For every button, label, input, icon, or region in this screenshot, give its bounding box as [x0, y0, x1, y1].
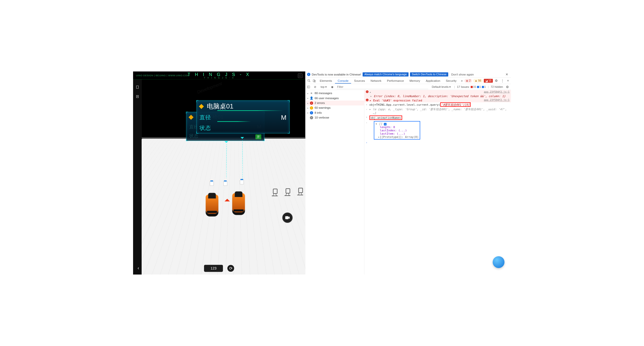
close-icon[interactable]: ×: [506, 79, 510, 83]
svg-rect-12: [307, 86, 310, 88]
small-object[interactable]: [210, 181, 214, 186]
small-object[interactable]: [240, 180, 244, 184]
sidebar-item-info[interactable]: ▸i8 info: [305, 110, 364, 115]
left-toolbar: [133, 80, 142, 275]
source-link[interactable]: app.23f594f2.js:1: [484, 99, 509, 102]
card-label: 直径: [199, 114, 211, 121]
logo: T H I N G J S - X T H I N G J S - X: [187, 72, 251, 79]
levels-dropdown[interactable]: Default levels ▾: [431, 85, 452, 89]
devtools-panel: i DevTools is now available in Chinese! …: [305, 71, 511, 275]
settings-icon[interactable]: ⬡: [298, 73, 302, 78]
tab-security[interactable]: Security: [443, 78, 459, 84]
blocked-count-badge[interactable]: ◪ 15: [484, 79, 493, 83]
beam-line: [242, 140, 243, 179]
log-line[interactable]: × ▸ app.23f594f2.js:1: [364, 90, 511, 94]
beam-line: [226, 144, 227, 178]
sidebar-toggle-icon[interactable]: [306, 86, 310, 88]
expanded-result: ▾ [] i length: 0 lastIndex: (...) lastIt…: [374, 121, 420, 139]
svg-rect-8: [285, 216, 289, 219]
close-icon[interactable]: ×: [504, 72, 509, 77]
console-log[interactable]: × ▸ app.23f594f2.js:1 ▸ Error {index: 0,…: [364, 90, 511, 275]
warn-count-badge[interactable]: ▲ 56: [473, 79, 482, 83]
tab-memory[interactable]: Memory: [407, 78, 423, 84]
watermark: Development: [196, 81, 223, 95]
building-icon[interactable]: [136, 85, 139, 89]
log-line[interactable]: › obj=THING.App.current.level.current.qu…: [364, 102, 511, 107]
top-bar: UINO DESIGN | BEIJING | WWW.UINO.COM T H…: [133, 71, 305, 80]
highlighted-query: '#赛车组合001')[0]: [440, 102, 471, 107]
diamond-icon: [188, 115, 193, 120]
sidebar-item-messages[interactable]: ▸≡80 messages: [305, 91, 364, 96]
card-value: M: [281, 114, 287, 121]
devtools-tabbar: Elements Console Sources Network Perform…: [305, 78, 511, 84]
console-sidebar: ▸≡80 messages ▸👤66 user messages ▸×2 err…: [305, 90, 364, 275]
clear-icon[interactable]: ⊘: [313, 85, 317, 89]
source-link[interactable]: app.23f594f2.js:1: [484, 90, 509, 93]
car-model[interactable]: [204, 192, 220, 215]
filter-input[interactable]: [337, 85, 428, 89]
eye-icon[interactable]: ◉: [330, 85, 334, 89]
back-button[interactable]: ‹: [135, 265, 142, 271]
tab-application[interactable]: Application: [423, 78, 443, 84]
info-icon: i: [307, 73, 310, 76]
floating-assistant-icon[interactable]: [493, 256, 504, 268]
devtools-banner: i DevTools is now available in Chinese! …: [305, 71, 511, 78]
card-label: 状态: [189, 133, 198, 139]
chair-model[interactable]: [297, 188, 303, 195]
log-line[interactable]: ▸ Error {index: 0, lineNumber: 1, descri…: [364, 94, 511, 98]
gear-icon[interactable]: ⚙: [505, 85, 510, 89]
brand-text: UINO DESIGN | BEIJING | WWW.UINO.COM: [136, 74, 189, 77]
red-arrow-icon: [225, 196, 230, 201]
status-badge: 开: [255, 134, 261, 139]
diamond-icon: [199, 104, 204, 109]
tab-console[interactable]: Console: [335, 78, 351, 84]
hidden-count[interactable]: 72 hidden: [491, 85, 503, 89]
input-pill[interactable]: 123: [204, 265, 223, 272]
banner-text: DevTools is now available in Chinese!: [312, 73, 361, 76]
highlighted-expr: obj.animationNames: [369, 116, 402, 120]
console-filterbar: ⊘ top ▾ ◉ Default levels ▾ | 17 Issues: …: [305, 84, 511, 90]
svg-rect-5: [136, 95, 138, 98]
sidebar-item-user[interactable]: ▸👤66 user messages: [305, 96, 364, 100]
tab-network[interactable]: Network: [368, 78, 384, 84]
log-line[interactable]: ‹ ▾ [] i length: 0 lastIndex: (...) last…: [364, 120, 511, 140]
card-label: 状态: [199, 124, 211, 132]
tab-elements[interactable]: Elements: [317, 78, 335, 84]
bottom-bar: 123 ⟳: [204, 265, 234, 272]
error-count-badge[interactable]: ⊗ 2: [464, 79, 472, 83]
tab-sources[interactable]: Sources: [351, 78, 368, 84]
sidebar-item-warnings[interactable]: ▸!60 warnings: [305, 105, 364, 110]
chair-model[interactable]: [272, 189, 277, 196]
banner-button-dismiss[interactable]: Don't show again: [450, 72, 475, 76]
log-line[interactable]: × ▸ Eval '&&#3' expression failed app.23…: [364, 98, 511, 102]
input-prompt[interactable]: ›: [364, 140, 511, 144]
small-object[interactable]: [223, 181, 227, 186]
banner-button-switch[interactable]: Switch DevTools to Chinese: [410, 72, 448, 76]
log-line[interactable]: › obj.animationNames: [364, 115, 511, 120]
log-line[interactable]: ‹ ▸ le {app: e, _type: 'Group', _id: '赛车…: [364, 107, 511, 115]
issues-summary[interactable]: 17 Issues: 15 1 1: [457, 85, 486, 89]
kebab-icon[interactable]: ⋮: [500, 79, 505, 83]
scene-panel: UINO DESIGN | BEIJING | WWW.UINO.COM T H…: [133, 71, 305, 275]
car-model[interactable]: [230, 190, 247, 214]
svg-rect-0: [136, 86, 138, 89]
device-icon[interactable]: [312, 78, 317, 83]
inspect-icon[interactable]: [306, 78, 311, 83]
sidebar-item-errors[interactable]: ▸×2 errors: [305, 101, 364, 105]
3d-scene[interactable]: Development Development Development 组合桌椅…: [142, 80, 305, 275]
sheet-icon[interactable]: [136, 95, 139, 98]
banner-button-match[interactable]: Always match Chrome's language: [363, 72, 409, 76]
more-tabs-icon[interactable]: »: [459, 79, 464, 83]
sidebar-item-verbose[interactable]: ▸•10 verbose: [305, 115, 364, 120]
reload-button[interactable]: ⟳: [227, 265, 234, 272]
context-dropdown[interactable]: top ▾: [319, 85, 328, 89]
card-title: 电脑桌01: [207, 102, 233, 111]
camera-button[interactable]: [282, 212, 293, 223]
tab-performance[interactable]: Performance: [384, 78, 407, 84]
floor-grid: [142, 137, 305, 275]
info-card-big[interactable]: 电脑桌01 直径M 状态: [196, 100, 290, 133]
gear-icon[interactable]: ⚙: [494, 79, 499, 83]
chair-model[interactable]: [285, 188, 290, 196]
